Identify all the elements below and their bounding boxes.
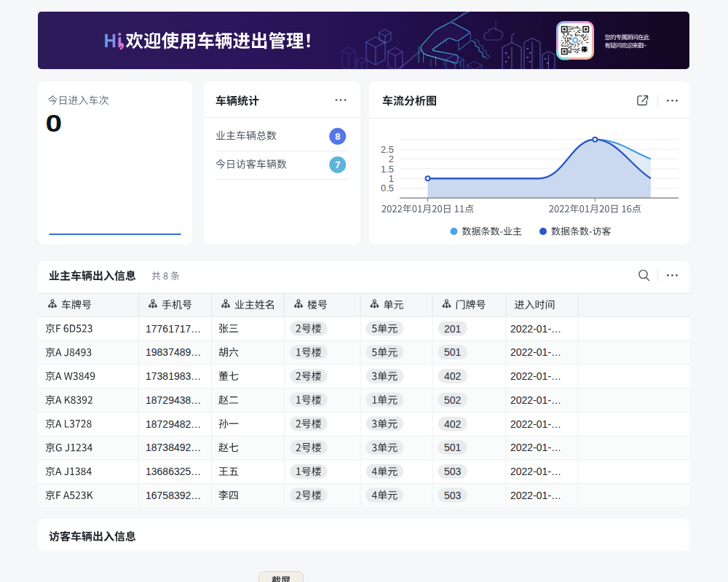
svg-text:2022-01-…: 2022-01-… [510,490,561,501]
svg-text:1: 1 [389,173,394,184]
svg-text:501: 501 [444,346,462,358]
svg-text:2022-01-…: 2022-01-… [510,394,561,406]
svg-text:18729438…: 18729438… [146,394,201,406]
svg-text:18729482…: 18729482… [146,418,201,430]
svg-text:2022-01-…: 2022-01-… [510,442,561,453]
svg-text:2022-01-…: 2022-01-… [510,346,561,358]
svg-text:7: 7 [335,159,340,170]
svg-text:19837489…: 19837489… [146,346,201,358]
svg-text:402: 402 [444,418,462,430]
svg-text:8: 8 [335,131,340,142]
svg-text:1.5: 1.5 [381,164,394,175]
svg-text:16758392…: 16758392… [146,490,201,501]
svg-text:0.5: 0.5 [381,183,394,194]
svg-text:2022-01-…: 2022-01-… [510,466,561,477]
svg-text:18738492…: 18738492… [146,442,201,453]
svg-text:503: 503 [444,490,462,501]
svg-text:503: 503 [444,466,462,477]
svg-text:0: 0 [46,109,63,137]
svg-text:402: 402 [444,370,462,382]
svg-text:2: 2 [389,154,394,164]
svg-text:201: 201 [444,323,462,335]
svg-text:2.5: 2.5 [381,144,394,155]
svg-text:17381983…: 17381983… [146,370,201,382]
svg-text:13686325…: 13686325… [146,466,201,477]
svg-text:502: 502 [444,394,462,406]
svg-text:501: 501 [444,442,462,453]
svg-text:2022-01-…: 2022-01-… [510,418,561,430]
svg-text:2022-01-…: 2022-01-… [510,323,561,335]
svg-text:17761717…: 17761717… [146,323,201,335]
svg-text:2022-01-…: 2022-01-… [510,370,561,382]
